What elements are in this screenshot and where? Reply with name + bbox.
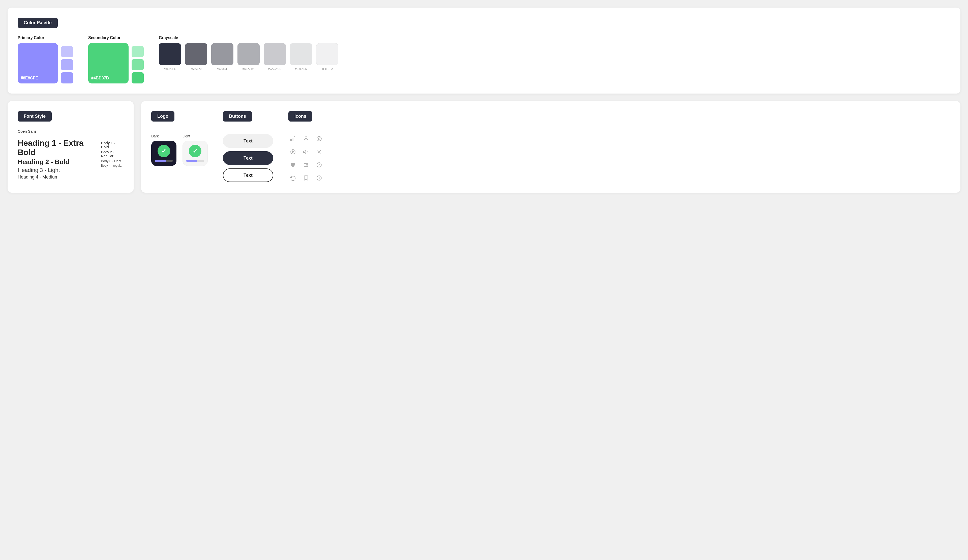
logo-dark-wrap: Dark ✓ [151, 134, 176, 166]
secondary-variant-3 [132, 72, 144, 83]
button-light[interactable]: Text [223, 134, 273, 148]
secondary-hex-label: #4BD37B [91, 76, 109, 80]
heading-3: Heading 3 - Light [18, 167, 91, 174]
color-palette-card: Color Palette Primary Color #8E8CFE Seco… [8, 8, 960, 94]
gray-swatch-2: #97989F [211, 43, 234, 70]
icons-badge: Icons [288, 111, 312, 121]
user-icon [302, 134, 310, 143]
svg-point-14 [307, 164, 308, 166]
logo-dark-bar [155, 160, 173, 162]
primary-color-group: #8E8CFE [18, 43, 73, 83]
volume-icon [302, 147, 310, 156]
logo-light-check: ✓ [189, 145, 201, 157]
svg-marker-7 [303, 150, 306, 154]
secondary-color-section: Secondary Color #4BD37B [88, 36, 144, 83]
gray-swatch-1: #656670 [185, 43, 207, 70]
right-sections: Logo Dark ✓ Light ✓ [151, 111, 950, 182]
primary-swatch-main: #8E8CFE [18, 43, 58, 83]
body-2: Body 2 - Regular [101, 150, 124, 158]
heart-icon [288, 161, 297, 169]
logo-dark-check: ✓ [157, 145, 170, 157]
svg-marker-6 [292, 151, 294, 153]
secondary-swatch-main: #4BD37B [88, 43, 129, 83]
heading-4: Heading 4 - Medium [18, 174, 91, 180]
logo-badge: Logo [151, 111, 174, 121]
svg-point-15 [305, 166, 306, 167]
svg-rect-1 [292, 138, 293, 141]
secondary-variants [132, 43, 144, 83]
bookmark-icon [302, 174, 310, 182]
secondary-variant-1 [132, 46, 144, 57]
svg-point-4 [317, 136, 322, 141]
gray-swatch-6: #F1F1F2 [316, 43, 338, 70]
icons-section: Icons [288, 111, 324, 182]
gray-swatch-5: #E3E4E5 [290, 43, 312, 70]
font-style-card: Font Style Open Sans Heading 1 - Extra B… [8, 101, 134, 193]
logo-section: Logo Dark ✓ Light ✓ [151, 111, 208, 182]
svg-rect-0 [290, 139, 292, 141]
gray-swatch-4: #CACACE [264, 43, 286, 70]
sliders-icon [302, 161, 310, 169]
svg-rect-2 [294, 137, 295, 141]
color-palette-badge: Color Palette [18, 18, 58, 28]
logo-light-bar [186, 160, 204, 162]
check-circle-icon [315, 161, 324, 169]
history-icon [288, 174, 297, 182]
heading-2: Heading 2 - Bold [18, 158, 91, 166]
svg-point-3 [305, 137, 307, 139]
svg-marker-18 [319, 177, 320, 179]
logo-light-label: Light [182, 134, 208, 138]
primary-variant-3 [61, 72, 73, 83]
grayscale-section: Grayscale #8E8CFE #656670 #97989F #AEAFB… [159, 36, 338, 70]
body-styles-list: Body 1 - Bold Body 2 - Regular Body 3 - … [101, 141, 124, 180]
logo-light-wrap: Light ✓ [182, 134, 208, 166]
secondary-color-label: Secondary Color [88, 36, 144, 40]
font-name-label: Open Sans [18, 129, 124, 133]
logo-light-box: ✓ [182, 141, 208, 166]
heading-1: Heading 1 - Extra Bold [18, 138, 91, 157]
icons-grid [288, 134, 324, 182]
grayscale-swatches: #8E8CFE #656670 #97989F #AEAFB4 #CACACE [159, 43, 338, 70]
logo-variants: Dark ✓ Light ✓ [151, 134, 208, 166]
logo-dark-label: Dark [151, 134, 176, 138]
primary-color-label: Primary Color [18, 36, 73, 40]
font-style-badge: Font Style [18, 111, 52, 121]
font-content: Heading 1 - Extra Bold Heading 2 - Bold … [18, 138, 124, 180]
bottom-row: Font Style Open Sans Heading 1 - Extra B… [8, 101, 960, 193]
primary-color-section: Primary Color #8E8CFE [18, 36, 73, 83]
primary-variant-2 [61, 59, 73, 70]
button-outline[interactable]: Text [223, 169, 273, 182]
logo-dark-box: ✓ [151, 141, 176, 166]
gray-swatch-0: #8E8CFE [159, 43, 181, 70]
secondary-color-group: #4BD37B [88, 43, 144, 83]
primary-variant-1 [61, 46, 73, 57]
body-4: Body 4 - regular [101, 164, 124, 167]
headings-list: Heading 1 - Extra Bold Heading 2 - Bold … [18, 138, 91, 180]
play-filled-icon [315, 174, 324, 182]
gray-swatch-3: #AEAFB4 [237, 43, 260, 70]
grayscale-label: Grayscale [159, 36, 338, 40]
button-dark[interactable]: Text [223, 151, 273, 165]
logo-buttons-icons-card: Logo Dark ✓ Light ✓ [141, 101, 960, 193]
primary-variants [61, 43, 73, 83]
body-3: Body 3 - Light [101, 159, 124, 163]
bar-chart-icon [288, 134, 297, 143]
button-group: Text Text Text [223, 134, 273, 182]
svg-point-5 [291, 149, 295, 154]
body-1: Body 1 - Bold [101, 141, 124, 149]
play-circle-icon [288, 147, 297, 156]
buttons-section: Buttons Text Text Text [223, 111, 273, 182]
primary-hex-label: #8E8CFE [21, 76, 38, 80]
secondary-variant-2 [132, 59, 144, 70]
svg-point-13 [305, 163, 305, 164]
buttons-badge: Buttons [223, 111, 252, 121]
close-icon [315, 147, 324, 156]
compass-icon [315, 134, 324, 143]
